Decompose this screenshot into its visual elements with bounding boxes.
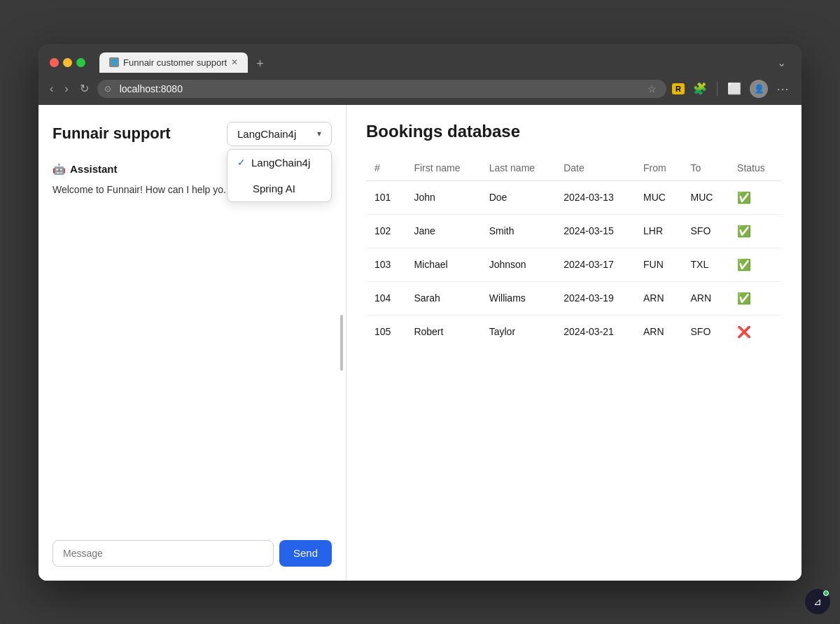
cell-firstname: Jane xyxy=(405,214,480,248)
more-options-button[interactable]: ⋯ xyxy=(772,78,793,99)
cell-lastname: Taylor xyxy=(481,315,555,348)
table-row: 103 Michael Johnson 2024-03-17 FUN TXL ✅ xyxy=(366,248,782,281)
cell-from: FUN xyxy=(635,248,682,281)
traffic-lights xyxy=(50,58,85,67)
nav-toolbar: R 🧩 ⬜ 👤 ⋯ xyxy=(672,78,793,99)
col-header-firstname: First name xyxy=(405,155,480,181)
cell-from: LHR xyxy=(635,214,682,248)
db-panel: Bookings database # First name Last name… xyxy=(346,105,802,581)
col-header-id: # xyxy=(366,155,405,181)
chat-header: Funnair support LangChain4j ▾ ✓ LangChai… xyxy=(52,122,332,146)
cell-to: SFO xyxy=(682,214,729,248)
cell-id: 104 xyxy=(366,281,405,315)
chat-panel: Funnair support LangChain4j ▾ ✓ LangChai… xyxy=(38,105,346,581)
dropdown-item-label: Spring AI xyxy=(253,183,295,194)
address-lock-icon: ⊙ xyxy=(104,84,111,94)
status-icon: ✅ xyxy=(737,259,751,271)
status-icon: ✅ xyxy=(737,292,751,304)
toolbar-separator xyxy=(717,82,718,96)
cell-firstname: Michael xyxy=(405,248,480,281)
active-tab[interactable]: 🌐 Funnair customer support ✕ xyxy=(99,52,248,73)
bookings-table: # First name Last name Date From To Stat… xyxy=(366,155,782,348)
db-title: Bookings database xyxy=(366,122,782,141)
close-traffic-light[interactable] xyxy=(50,58,59,67)
cell-lastname: Johnson xyxy=(481,248,555,281)
table-row: 105 Robert Taylor 2024-03-21 ARN SFO ❌ xyxy=(366,315,782,348)
extensions-button[interactable]: 🧩 xyxy=(689,79,711,98)
table-row: 102 Jane Smith 2024-03-15 LHR SFO ✅ xyxy=(366,214,782,248)
cell-to: ARN xyxy=(682,281,729,315)
cell-status: ✅ xyxy=(729,281,782,315)
r-extension-icon[interactable]: R xyxy=(672,83,685,94)
tab-close-button[interactable]: ✕ xyxy=(231,57,238,67)
browser-titlebar: 🌐 Funnair customer support ✕ + ⌄ xyxy=(38,44,802,73)
status-icon: ✅ xyxy=(737,225,751,237)
sidebar-button[interactable]: ⬜ xyxy=(723,79,746,98)
table-header: # First name Last name Date From To Stat… xyxy=(366,155,782,181)
browser-menu-button[interactable]: ⌄ xyxy=(773,53,790,72)
chat-scrollbar[interactable] xyxy=(340,315,343,371)
cell-id: 101 xyxy=(366,180,405,214)
cell-id: 105 xyxy=(366,315,405,348)
cell-to: TXL xyxy=(682,248,729,281)
col-header-status: Status xyxy=(729,155,782,181)
cell-date: 2024-03-17 xyxy=(555,248,635,281)
address-bar[interactable]: ⊙ localhost:8080 ☆ xyxy=(97,80,666,98)
chat-messages: 🤖 Assistant Welcome to Funnair! How can … xyxy=(52,163,332,526)
cell-id: 102 xyxy=(366,214,405,248)
model-dropdown-button[interactable]: LangChain4j ▾ xyxy=(227,122,332,146)
model-selector: LangChain4j ▾ ✓ LangChain4j Spring AI xyxy=(227,122,332,146)
cell-lastname: Williams xyxy=(481,281,555,315)
cell-lastname: Smith xyxy=(481,214,555,248)
cell-from: MUC xyxy=(635,180,682,214)
col-header-to: To xyxy=(682,155,729,181)
cell-from: ARN xyxy=(635,281,682,315)
col-header-lastname: Last name xyxy=(481,155,555,181)
cell-status: ✅ xyxy=(729,214,782,248)
message-input[interactable] xyxy=(52,540,274,567)
new-tab-button[interactable]: + xyxy=(251,55,270,73)
cell-status: ❌ xyxy=(729,315,782,348)
cell-lastname: Doe xyxy=(481,180,555,214)
cell-date: 2024-03-19 xyxy=(555,281,635,315)
tab-bar: 🌐 Funnair customer support ✕ + xyxy=(99,52,766,73)
cell-date: 2024-03-21 xyxy=(555,315,635,348)
cell-id: 103 xyxy=(366,248,405,281)
cell-firstname: Robert xyxy=(405,315,480,348)
col-header-from: From xyxy=(635,155,682,181)
back-button[interactable]: ‹ xyxy=(47,80,56,97)
chat-input-row: Send xyxy=(52,540,332,567)
table-row: 104 Sarah Williams 2024-03-19 ARN ARN ✅ xyxy=(366,281,782,315)
cell-to: MUC xyxy=(682,180,729,214)
header-row: # First name Last name Date From To Stat… xyxy=(366,155,782,181)
cell-status: ✅ xyxy=(729,180,782,214)
tab-favicon: 🌐 xyxy=(109,57,119,67)
selected-model-label: LangChain4j xyxy=(237,128,296,140)
cell-firstname: Sarah xyxy=(405,281,480,315)
cell-from: ARN xyxy=(635,315,682,348)
browser-nav-row: ‹ › ↻ ⊙ localhost:8080 ☆ R 🧩 ⬜ 👤 ⋯ xyxy=(38,73,802,105)
table-row: 101 John Doe 2024-03-13 MUC MUC ✅ xyxy=(366,180,782,214)
reload-button[interactable]: ↻ xyxy=(77,80,92,97)
send-button[interactable]: Send xyxy=(279,540,332,567)
table-body: 101 John Doe 2024-03-13 MUC MUC ✅ 102 Ja… xyxy=(366,180,782,348)
cell-to: SFO xyxy=(682,315,729,348)
address-text: localhost:8080 xyxy=(120,83,642,94)
bookmark-icon[interactable]: ☆ xyxy=(648,83,657,94)
maximize-traffic-light[interactable] xyxy=(76,58,85,67)
cell-status: ✅ xyxy=(729,248,782,281)
dropdown-item-langchain4j[interactable]: ✓ LangChain4j xyxy=(227,150,331,176)
minimize-traffic-light[interactable] xyxy=(63,58,72,67)
profile-avatar[interactable]: 👤 xyxy=(750,80,768,98)
chat-title: Funnair support xyxy=(52,125,171,143)
dropdown-item-label: LangChain4j xyxy=(251,157,310,169)
assistant-emoji: 🤖 xyxy=(52,163,66,176)
col-header-date: Date xyxy=(555,155,635,181)
model-dropdown-menu: ✓ LangChain4j Spring AI xyxy=(227,149,332,202)
dropdown-item-springai[interactable]: Spring AI xyxy=(227,176,331,201)
browser-content: Funnair support LangChain4j ▾ ✓ LangChai… xyxy=(38,105,802,581)
status-icon: ✅ xyxy=(737,192,751,204)
forward-button[interactable]: › xyxy=(62,80,71,97)
browser-window: 🌐 Funnair customer support ✕ + ⌄ ‹ › ↻ ⊙… xyxy=(38,44,802,581)
cell-date: 2024-03-15 xyxy=(555,214,635,248)
